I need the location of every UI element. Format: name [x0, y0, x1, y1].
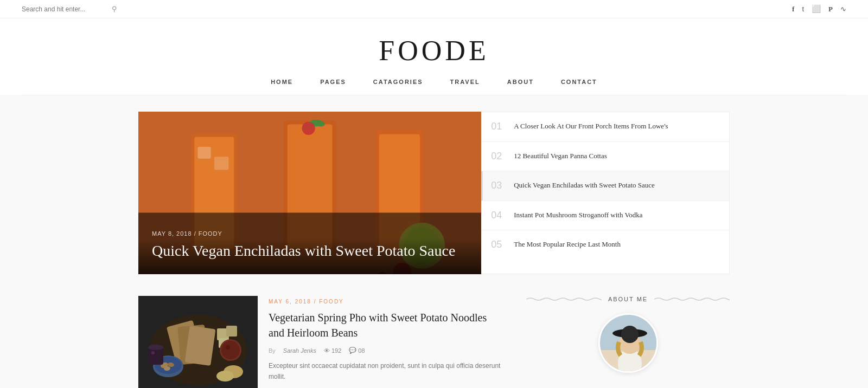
main-nav: HOME PAGES CATAGORIES TRAVEL ABOUT CONTA…: [0, 72, 868, 95]
svg-rect-7: [197, 147, 210, 159]
post-excerpt: Excepteur sint occaecat cupidatat non pr…: [269, 360, 505, 383]
food-svg: [138, 296, 258, 388]
search-area: ⚲: [22, 5, 117, 14]
sidebar-num-5: 05: [491, 239, 506, 251]
search-icon[interactable]: ⚲: [112, 5, 117, 14]
hero-image-wrap[interactable]: MAY 8, 2018 / FOODY Quick Vegan Enchilad…: [138, 112, 481, 274]
hero-section: MAY 8, 2018 / FOODY Quick Vegan Enchilad…: [138, 112, 730, 274]
sidebar-text-2: 12 Beautiful Vegan Panna Cottas: [514, 151, 607, 161]
post-card: MAY 6, 2018 / FOODY Vegetarian Spring Ph…: [138, 296, 505, 388]
hero-meta: MAY 8, 2018 / FOODY: [152, 230, 468, 237]
sidebar-num-3: 03: [491, 180, 506, 192]
eye-icon: 👁: [324, 347, 330, 354]
sidebar-item-2[interactable]: 02 12 Beautiful Vegan Panna Cottas: [481, 142, 729, 172]
hero-title: Quick Vegan Enchiladas with Sweet Potato…: [152, 241, 468, 261]
facebook-icon[interactable]: f: [792, 5, 794, 14]
sidebar-num-2: 02: [491, 151, 506, 163]
about-avatar[interactable]: [598, 313, 658, 373]
top-bar: ⚲ f t ⬜ P ∿: [0, 0, 868, 18]
nav-categories[interactable]: CATAGORIES: [373, 79, 423, 85]
search-input[interactable]: [22, 5, 108, 13]
about-avatar-wrap: [526, 313, 730, 373]
lower-section: MAY 6, 2018 / FOODY Vegetarian Spring Ph…: [138, 296, 730, 388]
about-title: ABOUT ME: [608, 296, 648, 302]
sidebar-item-4[interactable]: 04 Instant Pot Mushroom Stroganoff with …: [481, 201, 729, 231]
post-views: 👁 192: [324, 347, 341, 354]
nav-divider: [22, 95, 846, 95]
rss-icon[interactable]: ∿: [840, 5, 846, 14]
post-by-label: By: [269, 347, 276, 354]
social-icons: f t ⬜ P ∿: [792, 4, 846, 14]
sidebar-item-1[interactable]: 01 A Closer Look At Our Front Porch Item…: [481, 112, 729, 142]
about-sidebar: ABOUT ME: [526, 296, 730, 388]
sidebar-item-3[interactable]: 03 Quick Vegan Enchiladas with Sweet Pot…: [481, 171, 729, 201]
post-comments: 💬 08: [349, 347, 365, 354]
sidebar-num-4: 04: [491, 210, 506, 222]
svg-rect-8: [214, 157, 229, 170]
twitter-icon[interactable]: t: [802, 5, 804, 13]
nav-home[interactable]: HOME: [271, 79, 293, 85]
nav-pages[interactable]: PAGES: [320, 79, 346, 85]
post-author-name: Sarah Jenks: [283, 347, 316, 354]
svg-rect-38: [138, 296, 258, 388]
hero-image: MAY 8, 2018 / FOODY Quick Vegan Enchilad…: [138, 112, 481, 274]
about-header: ABOUT ME: [526, 296, 730, 302]
pinterest-icon[interactable]: P: [828, 5, 833, 14]
svg-point-44: [621, 326, 639, 343]
comment-icon: 💬: [349, 347, 356, 354]
sidebar-text-1: A Closer Look At Our Front Porch Items F…: [514, 121, 668, 132]
post-content: MAY 6, 2018 / FOODY Vegetarian Spring Ph…: [269, 296, 505, 388]
views-count: 192: [331, 347, 341, 354]
hero-overlay: MAY 8, 2018 / FOODY Quick Vegan Enchilad…: [138, 214, 481, 274]
svg-point-13: [302, 122, 315, 135]
nav-about[interactable]: ABOUT: [507, 79, 534, 85]
avatar-svg: [600, 315, 658, 373]
post-category: MAY 6, 2018 / FOODY: [269, 299, 505, 305]
sidebar-text-4: Instant Pot Mushroom Stroganoff with Vod…: [514, 210, 642, 221]
about-wavy-right: [654, 297, 730, 301]
sidebar-item-5[interactable]: 05 The Most Popular Recipe Last Month: [481, 230, 729, 260]
sidebar-text-5: The Most Popular Recipe Last Month: [514, 239, 621, 250]
main-container: MAY 8, 2018 / FOODY Quick Vegan Enchilad…: [127, 112, 741, 388]
site-header: FOODE: [0, 18, 868, 72]
sidebar-text-3: Quick Vegan Enchiladas with Sweet Potato…: [514, 180, 655, 191]
post-thumbnail[interactable]: [138, 296, 258, 388]
post-title[interactable]: Vegetarian Spring Pho with Sweet Potato …: [269, 310, 505, 340]
site-logo: FOODE: [0, 35, 868, 67]
nav-contact[interactable]: CONTACT: [561, 79, 597, 85]
hero-sidebar: 01 A Closer Look At Our Front Porch Item…: [481, 112, 730, 274]
sidebar-num-1: 01: [491, 121, 506, 133]
instagram-icon[interactable]: ⬜: [812, 4, 821, 14]
about-wavy-left: [526, 297, 602, 301]
post-author-row: By Sarah Jenks 👁 192 💬 08: [269, 347, 505, 354]
comments-count: 08: [358, 347, 365, 354]
nav-travel[interactable]: TRAVEL: [450, 79, 480, 85]
